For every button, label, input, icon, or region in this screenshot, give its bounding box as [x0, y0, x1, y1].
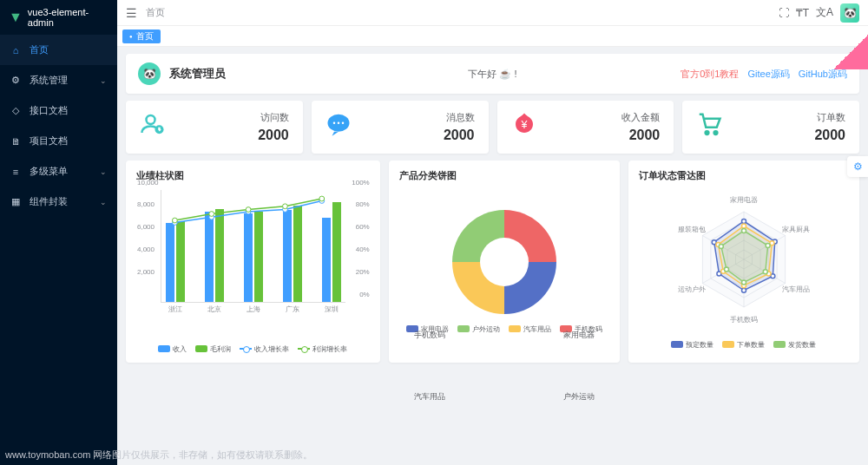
svg-point-18 — [319, 196, 325, 201]
watermark-text: www.toymoban.com 网络图片仅供展示，非存储，如有侵权请联系删除。 — [5, 449, 312, 462]
svg-point-45 — [741, 228, 746, 232]
menu-icon: ≡ — [10, 167, 21, 177]
nav-api-doc[interactable]: ◇ 接口文档 — [0, 95, 117, 126]
bar-chart-title: 业绩柱状图 — [136, 169, 370, 182]
bar-chart-card: 业绩柱状图 2,0004,0006,0008,00010,0000%20%40%… — [126, 160, 380, 363]
gear-icon: ⚙ — [10, 75, 21, 86]
fontsize-icon[interactable]: ₸T — [796, 7, 809, 19]
app-logo[interactable]: ▼ vue3-element-admin — [0, 0, 117, 35]
settings-float-button[interactable]: ⚙ — [847, 156, 868, 177]
stat-messages: 消息数2000 — [312, 101, 489, 154]
tabs: 首页 — [117, 26, 868, 47]
chevron-down-icon: ⌄ — [100, 198, 107, 206]
svg-point-48 — [741, 279, 746, 284]
svg-point-5 — [342, 122, 345, 125]
svg-point-4 — [338, 122, 340, 125]
hero-card: 🐼 系统管理员 下午好 ☕ ! 官方0到1教程 Gitee源码 GitHub源码 — [126, 54, 859, 94]
user-name: 系统管理员 — [169, 66, 226, 82]
svg-text:¥: ¥ — [520, 119, 527, 131]
hamburger-icon[interactable]: ☰ — [126, 6, 137, 20]
svg-point-49 — [724, 267, 728, 272]
radar-chart-title: 订单状态雷达图 — [639, 169, 849, 182]
tab-home[interactable]: 首页 — [122, 29, 161, 43]
radar-chart: 家用电器家具厨具汽车用品手机数码运动户外服装箱包 预定数量下单数量发货数量 — [639, 189, 849, 354]
corner-ribbon[interactable] — [833, 35, 868, 69]
chevron-down-icon: ⌄ — [100, 76, 107, 85]
greeting: 下午好 ☕ ! — [468, 68, 516, 81]
api-icon: ◇ — [10, 105, 21, 116]
message-icon — [326, 111, 352, 143]
topbar: ☰ 首页 ⛶ ₸T 文A 🐼 — [117, 0, 868, 26]
bar-chart: 2,0004,0006,0008,00010,0000%20%40%60%80%… — [136, 189, 370, 354]
language-icon[interactable]: 文A — [816, 5, 833, 20]
app-name: vue3-element-admin — [28, 7, 108, 28]
fullscreen-icon[interactable]: ⛶ — [779, 7, 789, 19]
svg-point-3 — [333, 122, 336, 125]
stat-income: ¥ 收入金额2000 — [497, 101, 674, 154]
svg-point-7 — [706, 131, 709, 134]
link-tutorial[interactable]: 官方0到1教程 — [681, 68, 739, 81]
doc-icon: 🗎 — [10, 136, 21, 147]
vue-icon: ▼ — [9, 10, 23, 25]
nav-home[interactable]: ⌂ 首页 — [0, 35, 117, 65]
svg-point-47 — [763, 269, 767, 273]
sidebar: ▼ vue3-element-admin ⌂ 首页 ⚙ 系统管理 ⌄ ◇ 接口文… — [0, 0, 117, 465]
user-avatar: 🐼 — [138, 62, 161, 85]
link-gitee[interactable]: Gitee源码 — [747, 68, 789, 81]
stat-visits: 访问数2000 — [126, 101, 303, 154]
svg-point-31 — [741, 219, 746, 223]
cart-icon — [696, 111, 722, 143]
svg-point-38 — [741, 224, 746, 228]
pie-chart-card: 产品分类饼图 家用电器 户外运动 汽车用品 手机数码 家用电器户外运动汽车用品手… — [389, 160, 620, 363]
nav-components[interactable]: ▦ 组件封装 ⌄ — [0, 187, 117, 217]
avatar[interactable]: 🐼 — [840, 3, 859, 23]
home-icon: ⌂ — [10, 45, 21, 56]
nav-multi-menu[interactable]: ≡ 多级菜单 ⌄ — [0, 156, 117, 187]
svg-point-46 — [766, 243, 770, 247]
svg-point-50 — [719, 244, 723, 248]
visits-icon — [140, 111, 166, 143]
income-icon: ¥ — [511, 111, 537, 143]
svg-point-34 — [741, 288, 746, 292]
nav-menu: ⌂ 首页 ⚙ 系统管理 ⌄ ◇ 接口文档 🗎 项目文档 ≡ 多级菜单 ⌄ — [0, 35, 117, 217]
grid-icon: ▦ — [10, 196, 21, 207]
breadcrumb: 首页 — [146, 6, 165, 19]
chevron-down-icon: ⌄ — [100, 167, 107, 176]
svg-point-0 — [147, 115, 155, 124]
svg-point-8 — [714, 131, 718, 134]
nav-system[interactable]: ⚙ 系统管理 ⌄ — [0, 65, 117, 95]
nav-project-doc[interactable]: 🗎 项目文档 — [0, 126, 117, 156]
pie-chart: 家用电器 户外运动 汽车用品 手机数码 家用电器户外运动汽车用品手机数码 — [399, 189, 609, 354]
radar-chart-card: 订单状态雷达图 家用电器家具厨具汽车用品手机数码运动户外服装箱包 预定数量下单数… — [628, 160, 859, 363]
stat-orders: 订单数2000 — [682, 101, 859, 154]
pie-chart-title: 产品分类饼图 — [399, 169, 609, 182]
